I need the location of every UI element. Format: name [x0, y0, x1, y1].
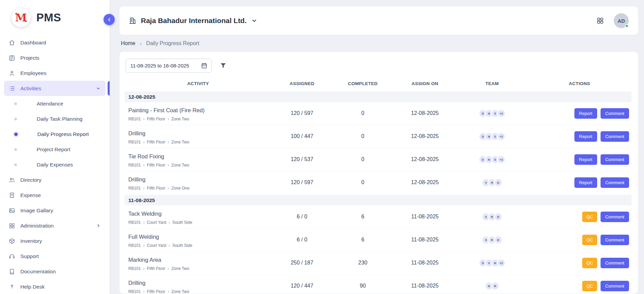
sidebar-item-administration[interactable]: Administration	[4, 218, 106, 233]
completed-value: 6	[332, 209, 393, 225]
activity-cell: Drilling RB101›Fifth Floor›Zone Two	[125, 128, 272, 144]
sidebar-subitem-daily-expenses[interactable]: Daily Expenses	[4, 157, 106, 172]
sidebar-item-label: Expense	[20, 192, 41, 198]
report-button[interactable]: Report	[574, 131, 597, 142]
team-avatars: SRD	[457, 209, 528, 225]
sidebar-subitem-attendance[interactable]: Attendance	[4, 96, 106, 111]
chevron-right-icon: ›	[169, 220, 170, 224]
team-more-badge[interactable]: +2	[497, 132, 505, 141]
team-member-avatar[interactable]: D	[494, 213, 502, 221]
chevron-right-icon: ›	[143, 117, 145, 121]
sidebar-item-image-gallary[interactable]: Image Gallary	[4, 203, 106, 218]
administration-icon	[8, 222, 15, 229]
comment-button[interactable]: Comment	[601, 131, 629, 142]
qc-button[interactable]: QC	[582, 281, 597, 291]
team-more-badge[interactable]: +2	[497, 109, 505, 118]
table-row: Drilling RB101›Fifth Floor›Zone Two 100 …	[125, 125, 631, 148]
comment-button[interactable]: Comment	[601, 108, 629, 119]
assign-on-date: 12-08-2025	[393, 151, 457, 168]
chevron-right-icon: ›	[143, 186, 145, 190]
comment-button[interactable]: Comment	[601, 281, 629, 291]
activity-cell: Drilling RB101›Fifth Floor›Zone Two	[125, 278, 272, 294]
sidebar-item-expense[interactable]: Expense	[4, 188, 106, 203]
assign-on-date: 11-08-2025	[393, 232, 457, 248]
sidebar-subitem-project-report[interactable]: Project Report	[4, 142, 106, 157]
team-avatars: SRD	[457, 232, 528, 248]
path-segment: Zone Two	[171, 163, 189, 168]
sidebar-item-projects[interactable]: Projects	[4, 50, 106, 65]
sidebar-item-label: Support	[20, 253, 39, 259]
completed-value: 0	[332, 128, 393, 144]
path-segment: Zone Two	[171, 117, 189, 121]
activity-name[interactable]: Drilling	[128, 280, 272, 286]
comment-button[interactable]: Comment	[601, 258, 629, 268]
activity-name[interactable]: Marking Area	[128, 257, 272, 263]
team-member-avatar[interactable]: D	[494, 236, 502, 244]
qc-button[interactable]: QC	[582, 212, 597, 222]
filter-icon[interactable]	[220, 62, 227, 69]
sidebar-item-label: Image Gallary	[20, 208, 53, 214]
chevron-right-icon: ›	[169, 243, 170, 248]
sidebar-item-support[interactable]: Support	[4, 249, 106, 264]
row-actions: ReportComment	[528, 174, 631, 191]
activity-location-path: RB101›Fifth Floor›Zone Two	[128, 289, 272, 294]
sidebar-item-activities[interactable]: Activities	[4, 81, 106, 96]
date-range-input[interactable]: 11-08-2025 to 16-08-2025	[126, 59, 212, 73]
team-more-badge[interactable]: +2	[497, 155, 505, 164]
column-header-team: TEAM	[457, 81, 528, 86]
assigned-value: 120 / 537	[272, 151, 332, 168]
completed-value: 0	[332, 151, 393, 168]
sidebar-item-directory[interactable]: Directory	[4, 172, 106, 188]
sidebar-subitem-daily-task-planning[interactable]: Daily Task Planning	[4, 111, 106, 126]
table-row: Drilling RB101›Fifth Floor›Zone Two 120 …	[125, 275, 631, 294]
bullet-icon	[14, 163, 17, 166]
team-member-avatar[interactable]: D	[494, 178, 502, 187]
apps-grid-icon[interactable]	[596, 17, 604, 24]
chevron-right-icon: ›	[168, 267, 169, 271]
row-actions: QCComment	[528, 278, 631, 294]
activity-name[interactable]: Tack Welding	[128, 211, 272, 217]
logo-letter: M	[15, 12, 27, 24]
sidebar-item-dashboard[interactable]: Dashboard	[4, 35, 106, 50]
activity-name[interactable]: Painting - First Coat (Fire Red)	[128, 107, 272, 114]
activity-name[interactable]: Full Welding	[128, 234, 272, 240]
sidebar-item-inventory[interactable]: Inventory	[4, 233, 106, 249]
qc-button[interactable]: QC	[582, 235, 597, 245]
assigned-value: 6 / 0	[272, 209, 332, 225]
comment-button[interactable]: Comment	[601, 177, 629, 188]
path-segment: South Side	[172, 243, 192, 248]
sidebar-collapse-button[interactable]	[104, 14, 115, 25]
activity-name[interactable]: Drilling	[128, 130, 272, 137]
activity-cell: Tie Rod Fixing RB101›Fifth Floor›Zone Tw…	[125, 151, 272, 168]
comment-button[interactable]: Comment	[601, 212, 629, 222]
chevron-right-icon: ›	[143, 290, 145, 294]
report-button[interactable]: Report	[574, 108, 597, 119]
table-row: Full Welding RB101›Court Yard›South Side…	[125, 229, 631, 252]
sidebar-item-help-desk[interactable]: Help Desk	[4, 279, 106, 294]
breadcrumb-current: Daily Progress Report	[146, 40, 199, 46]
app-name: PMS	[36, 11, 61, 24]
report-button[interactable]: Report	[574, 154, 597, 165]
chevron-right-icon: ›	[143, 243, 145, 248]
activity-name[interactable]: Drilling	[128, 176, 272, 183]
report-button[interactable]: Report	[574, 177, 597, 188]
sidebar-item-label: Activities	[20, 85, 41, 92]
team-member-avatar[interactable]: R	[491, 282, 499, 290]
qc-button[interactable]: QC	[582, 258, 597, 268]
comment-button[interactable]: Comment	[601, 235, 629, 245]
team-more-badge[interactable]: +2	[497, 259, 505, 267]
path-segment: Zone Two	[171, 289, 189, 294]
column-header-activity: ACTIVITY	[125, 81, 272, 86]
sidebar-item-employees[interactable]: Employees	[4, 65, 106, 81]
sidebar-subitem-label: Daily Progress Report	[37, 131, 89, 137]
group-date: 11-08-2025	[128, 197, 155, 203]
company-chevron-down-icon[interactable]	[251, 17, 258, 24]
comment-button[interactable]: Comment	[601, 154, 629, 165]
user-avatar[interactable]: AD	[614, 13, 629, 28]
breadcrumb: Home › Daily Progress Report	[121, 40, 638, 46]
breadcrumb-home[interactable]: Home	[121, 40, 135, 46]
activity-name[interactable]: Tie Rod Fixing	[128, 153, 272, 160]
sidebar-subitem-daily-progress-report[interactable]: Daily Progress Report	[4, 126, 106, 142]
sidebar-item-label: Administration	[20, 223, 54, 229]
sidebar-item-documentation[interactable]: Documentation	[4, 264, 106, 279]
